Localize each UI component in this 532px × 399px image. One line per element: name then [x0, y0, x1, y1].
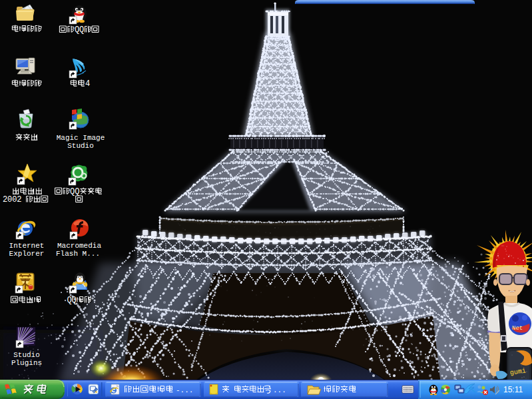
svg-text:Macromedia: Macromedia — [57, 242, 101, 250]
svg-text:Net: Net — [512, 325, 523, 332]
svg-text:15:11: 15:11 — [503, 385, 523, 394]
svg-text:2: 2 — [3, 195, 7, 204]
svg-text:Plugins: Plugins — [11, 359, 42, 367]
svg-text:Magic Image: Magic Image — [57, 134, 105, 142]
svg-text:2: 2 — [17, 195, 21, 204]
svg-text:Studio: Studio — [13, 351, 40, 359]
svg-text:Internet: Internet — [9, 242, 45, 250]
svg-text:Studio: Studio — [67, 142, 94, 150]
svg-text:-...: -... — [176, 386, 193, 394]
svg-text:Q: Q — [72, 296, 77, 305]
svg-text:4: 4 — [85, 79, 90, 89]
svg-text:Flash M...: Flash M... — [56, 250, 100, 258]
svg-text:Q: Q — [79, 25, 84, 35]
svg-text:Explorer: Explorer — [9, 250, 45, 258]
svg-text:Q: Q — [75, 187, 79, 197]
svg-text:...: ... — [273, 386, 286, 394]
